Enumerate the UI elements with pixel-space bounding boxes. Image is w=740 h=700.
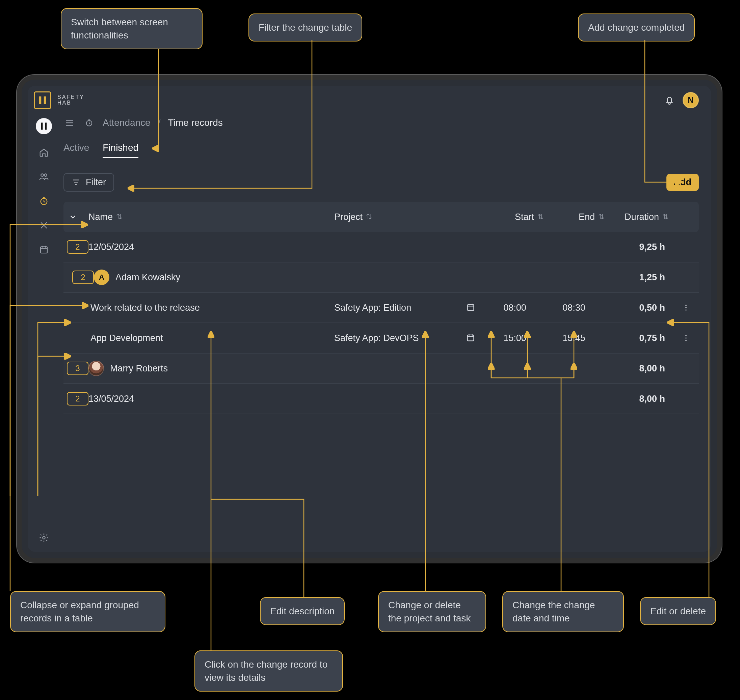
annotation-switch-tabs: Switch between screen functionalities xyxy=(61,8,203,49)
group-count-badge[interactable]: 2 xyxy=(67,392,88,406)
svg-point-7 xyxy=(685,309,687,311)
row-actions-button[interactable] xyxy=(680,301,692,314)
record-project[interactable]: Safety App: Edition xyxy=(334,303,466,313)
column-duration[interactable]: Duration⇅ xyxy=(604,212,668,222)
time-record-row[interactable]: Work related to the release Safety App: … xyxy=(63,293,699,323)
group-count-badge[interactable]: 3 xyxy=(67,362,88,375)
filter-button-label: Filter xyxy=(86,177,106,188)
row-actions-button[interactable] xyxy=(680,332,692,344)
group-duration: 8,00 h xyxy=(604,394,668,404)
record-duration: 0,50 h xyxy=(604,303,668,313)
annotation-collapse: Collapse or expand grouped records in a … xyxy=(10,591,165,632)
nav-timer-icon[interactable] xyxy=(38,195,50,207)
table-header: Name⇅ Project⇅ Start⇅ End⇅ Duration⇅ xyxy=(63,202,699,232)
user-avatar-icon xyxy=(88,360,104,376)
user-group-row[interactable]: 2 A Adam Kowalsky 1,25 h xyxy=(63,262,699,293)
top-bar: SAFETY HAB N xyxy=(28,86,711,115)
sort-icon: ⇅ xyxy=(366,213,372,221)
date-group-row[interactable]: 2 13/05/2024 8,00 h xyxy=(63,384,699,414)
svg-point-10 xyxy=(685,337,687,339)
brand-logo-icon xyxy=(34,91,51,109)
record-start[interactable]: 08:00 xyxy=(486,303,544,313)
group-duration: 9,25 h xyxy=(604,242,668,252)
annotation-change-project: Change or delete the project and task xyxy=(378,591,486,632)
calendar-icon[interactable] xyxy=(466,303,476,313)
date-group-row[interactable]: 2 12/05/2024 9,25 h xyxy=(63,232,699,262)
column-project[interactable]: Project⇅ xyxy=(334,212,476,222)
app-screen: SAFETY HAB N xyxy=(28,86,711,552)
user-duration: 1,25 h xyxy=(604,272,668,283)
time-record-row[interactable]: App Development Safety App: DevOPS 15:00… xyxy=(63,323,699,353)
svg-point-6 xyxy=(685,307,687,308)
column-start[interactable]: Start⇅ xyxy=(476,212,544,222)
annotation-edit-delete: Edit or delete xyxy=(640,597,716,625)
column-end[interactable]: End⇅ xyxy=(544,212,604,222)
time-records-table: Name⇅ Project⇅ Start⇅ End⇅ Duration⇅ 2 1… xyxy=(63,202,699,414)
group-count-badge[interactable]: 2 xyxy=(72,271,94,284)
user-group-row[interactable]: 3 Marry Roberts 8,00 h xyxy=(63,353,699,384)
sort-icon: ⇅ xyxy=(598,213,604,221)
breadcrumb-page: Time records xyxy=(168,118,223,128)
group-date: 13/05/2024 xyxy=(88,394,134,404)
breadcrumb-section[interactable]: Attendance xyxy=(103,118,150,128)
user-avatar-icon: A xyxy=(94,269,109,285)
main-content: Attendance / Time records Active Finishe… xyxy=(60,115,711,552)
svg-rect-4 xyxy=(467,304,474,311)
brand-name-line1: SAFETY xyxy=(57,94,84,100)
svg-rect-8 xyxy=(467,335,474,341)
filter-icon xyxy=(72,178,81,187)
annotation-click-record: Click on the change record to view its d… xyxy=(195,650,343,691)
calendar-icon[interactable] xyxy=(466,333,476,343)
tablet-frame: SAFETY HAB N xyxy=(22,79,717,558)
breadcrumb-separator: / xyxy=(158,118,161,128)
tab-finished[interactable]: Finished xyxy=(103,143,139,158)
svg-point-2 xyxy=(43,537,45,539)
user-duration: 8,00 h xyxy=(604,363,668,374)
breadcrumb: Attendance / Time records xyxy=(63,117,699,129)
sidebar xyxy=(28,115,60,552)
add-button[interactable]: Add xyxy=(666,174,699,191)
nav-calendar-icon[interactable] xyxy=(38,244,50,256)
record-end[interactable]: 08:30 xyxy=(544,303,604,313)
nav-people-icon[interactable] xyxy=(38,171,50,183)
record-description[interactable]: App Development xyxy=(90,333,163,343)
brand-name-line2: HAB xyxy=(57,100,84,106)
record-start[interactable]: 15:00 xyxy=(486,333,544,343)
svg-rect-1 xyxy=(41,247,47,253)
toolbar: Filter Add xyxy=(63,173,699,192)
sort-icon: ⇅ xyxy=(116,213,122,221)
group-date: 12/05/2024 xyxy=(88,242,134,252)
column-name[interactable]: Name⇅ xyxy=(88,212,334,222)
hamburger-menu-icon[interactable] xyxy=(63,117,76,129)
annotation-add-change: Add change completed xyxy=(578,13,695,41)
sort-icon: ⇅ xyxy=(537,213,544,221)
org-logo-icon[interactable] xyxy=(36,118,52,134)
user-avatar-badge[interactable]: N xyxy=(683,92,699,108)
annotation-edit-desc: Edit description xyxy=(260,597,345,625)
annotation-filter: Filter the change table xyxy=(248,13,362,41)
tab-active[interactable]: Active xyxy=(63,143,89,158)
record-project[interactable]: Safety App: DevOPS xyxy=(334,333,466,343)
notifications-bell-icon[interactable] xyxy=(662,93,677,107)
svg-point-5 xyxy=(685,304,687,306)
filter-button[interactable]: Filter xyxy=(63,173,114,192)
user-name: Marry Roberts xyxy=(110,363,168,374)
user-name: Adam Kowalsky xyxy=(115,272,180,283)
record-duration: 0,75 h xyxy=(604,333,668,343)
svg-point-9 xyxy=(685,335,687,336)
add-button-label: Add xyxy=(674,177,691,187)
record-end[interactable]: 15:45 xyxy=(544,333,604,343)
brand-text: SAFETY HAB xyxy=(57,94,84,106)
nav-settings-icon[interactable] xyxy=(38,532,50,544)
group-count-badge[interactable]: 2 xyxy=(67,240,88,254)
svg-point-11 xyxy=(685,340,687,341)
breadcrumb-timer-icon xyxy=(83,117,95,129)
sort-icon: ⇅ xyxy=(662,213,668,221)
annotation-change-datetime: Change the change date and time xyxy=(502,591,624,632)
nav-tools-icon[interactable] xyxy=(38,219,50,231)
record-description[interactable]: Work related to the release xyxy=(90,303,200,313)
tabs: Active Finished xyxy=(63,143,699,158)
nav-home-icon[interactable] xyxy=(38,146,50,159)
expand-all-toggle[interactable] xyxy=(67,211,79,223)
